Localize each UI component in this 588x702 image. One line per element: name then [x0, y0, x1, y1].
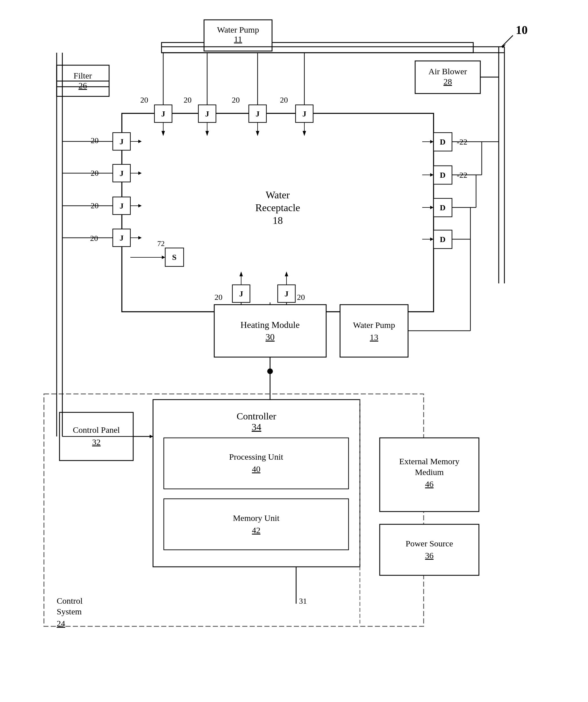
- water-receptacle-label: Water: [265, 189, 289, 201]
- j-box-1: J: [161, 109, 165, 118]
- controller-label: Controller: [237, 411, 276, 422]
- water-receptacle-label2: Receptacle: [255, 202, 300, 213]
- label-20-1: 20: [140, 96, 148, 104]
- control-system-label2: System: [57, 607, 82, 616]
- power-source-num: 36: [425, 551, 434, 560]
- control-system-num: 24: [57, 619, 65, 628]
- control-panel-num: 32: [92, 437, 101, 447]
- heating-module-num: 30: [265, 332, 274, 342]
- d-box-3: D: [440, 203, 446, 212]
- power-source-label: Power Source: [405, 539, 453, 548]
- label-31: 31: [299, 597, 307, 605]
- label-20-3: 20: [232, 96, 240, 104]
- memory-unit-num: 42: [252, 525, 260, 535]
- j-box-left-3: J: [120, 202, 124, 210]
- controller-num: 34: [252, 422, 261, 432]
- d-box-2: D: [440, 170, 446, 180]
- svg-line-0: [501, 35, 513, 47]
- svg-rect-90: [380, 524, 479, 575]
- control-system-label: Control: [57, 596, 83, 605]
- water-pump-13-label: Water Pump: [353, 320, 395, 330]
- d-box-4: D: [440, 235, 446, 244]
- water-pump-11-label: Water Pump: [217, 25, 259, 34]
- filter-num: 26: [79, 81, 87, 90]
- label-72: 72: [157, 239, 165, 248]
- label-20-bot-1: 20: [215, 293, 222, 302]
- j-box-bot-1: J: [239, 289, 243, 298]
- label-20-2: 20: [184, 96, 192, 104]
- filter-label: Filter: [74, 71, 92, 80]
- label-20-bot-2: 20: [297, 293, 305, 302]
- water-receptacle-num: 18: [272, 215, 283, 226]
- j-box-3: J: [256, 109, 260, 118]
- external-memory-label: External Memory: [399, 457, 459, 466]
- water-pump-13-num: 13: [370, 332, 378, 342]
- label-20-4: 20: [280, 96, 288, 104]
- memory-unit-label: Memory Unit: [233, 513, 280, 522]
- j-box-4: J: [303, 109, 306, 118]
- heating-module-label: Heating Module: [241, 320, 300, 330]
- j-box-left-2: J: [120, 169, 124, 178]
- j-box-bot-2: J: [284, 289, 288, 298]
- processing-unit-label: Processing Unit: [229, 452, 283, 461]
- svg-rect-87: [164, 438, 349, 489]
- label-20-left-4: 20: [90, 234, 98, 243]
- svg-rect-76: [214, 305, 326, 357]
- air-blower-label: Air Blower: [429, 67, 467, 76]
- j-box-left-1: J: [120, 137, 124, 146]
- svg-rect-79: [340, 305, 408, 357]
- water-pump-11-num: 11: [234, 34, 242, 44]
- processing-unit-num: 40: [252, 464, 260, 474]
- diagram-id: 10: [516, 23, 527, 36]
- label-20-left-1: 20: [91, 136, 99, 145]
- j-box-left-4: J: [120, 234, 124, 242]
- air-blower-num: 28: [444, 77, 452, 86]
- external-memory-label2: Medium: [415, 467, 444, 477]
- svg-rect-88: [164, 499, 349, 550]
- external-memory-num: 46: [425, 479, 434, 489]
- s-box: S: [172, 253, 177, 262]
- j-box-2: J: [205, 109, 209, 118]
- d-box-1: D: [440, 137, 446, 146]
- control-panel-label: Control Panel: [73, 425, 120, 435]
